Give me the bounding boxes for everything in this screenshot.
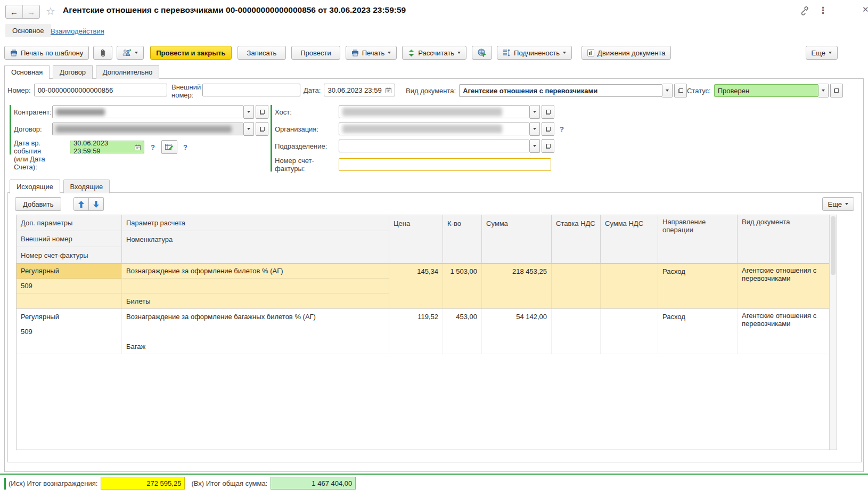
- cell-extra-param[interactable]: Регулярный: [17, 309, 121, 324]
- host-input[interactable]: [339, 105, 530, 118]
- col-params-header[interactable]: Доп. параметры Внешний номер Номер счет-…: [17, 215, 122, 263]
- status-open-button[interactable]: [830, 84, 843, 97]
- host-dropdown-button[interactable]: [530, 105, 540, 119]
- cell-sum[interactable]: 218 453,25: [482, 264, 552, 308]
- cell-nomenclature[interactable]: Багаж: [122, 339, 389, 354]
- print-by-template-button[interactable]: Печать по шаблону: [4, 46, 89, 60]
- cell-vat-rate[interactable]: [552, 309, 601, 354]
- doc-kind-dropdown-button[interactable]: [662, 84, 673, 97]
- contract-open-button[interactable]: [256, 122, 268, 136]
- department-open-button[interactable]: [542, 139, 554, 153]
- cell-calc[interactable]: Вознаграждение за оформление багажных би…: [122, 309, 389, 354]
- contract-input[interactable]: [52, 123, 244, 135]
- scrollbar-thumb[interactable]: [831, 216, 836, 275]
- cell-nomenclature[interactable]: Билеты: [122, 294, 389, 308]
- cell-calc-param[interactable]: Вознаграждение за оформление багажных би…: [122, 309, 389, 324]
- edit-schedule-button[interactable]: [161, 140, 177, 154]
- tab-incoming[interactable]: Входящие: [63, 180, 110, 193]
- tab-contract[interactable]: Договор: [53, 65, 93, 79]
- col-vat-rate-header[interactable]: Ставка НДС: [552, 215, 601, 263]
- col-vat-sum-header[interactable]: Сумма НДС: [601, 215, 658, 263]
- calendar-icon[interactable]: [386, 87, 391, 93]
- cell-price[interactable]: 119,52: [389, 309, 443, 354]
- cell-vat-sum[interactable]: [601, 309, 658, 354]
- col-direction-header[interactable]: Направление операции: [658, 215, 738, 263]
- calculate-button[interactable]: Рассчитать: [402, 46, 466, 60]
- cell-price[interactable]: 145,34: [389, 264, 443, 308]
- cell-qty[interactable]: 453,00: [443, 309, 482, 354]
- cell-invoice-number[interactable]: [17, 294, 121, 308]
- col-sum-header[interactable]: Сумма: [482, 215, 552, 263]
- department-input[interactable]: [339, 140, 530, 152]
- counterparty-dropdown-button[interactable]: [244, 105, 254, 119]
- cell-calc[interactable]: Вознаграждение за оформление билетов % (…: [122, 264, 389, 308]
- cell-empty[interactable]: [122, 324, 389, 339]
- add-row-button[interactable]: Добавить: [15, 197, 61, 211]
- add-contact-button[interactable]: [117, 46, 144, 60]
- post-button[interactable]: Провести: [291, 46, 340, 60]
- close-icon[interactable]: ✕: [862, 5, 868, 14]
- org-dropdown-button[interactable]: [530, 122, 540, 136]
- copy-link-icon[interactable]: [799, 6, 809, 16]
- save-button[interactable]: Записать: [238, 46, 286, 60]
- status-input[interactable]: Проверен: [714, 84, 818, 97]
- cell-extra-param[interactable]: Регулярный: [17, 264, 121, 279]
- host-open-button[interactable]: [542, 105, 554, 119]
- table-scrollbar[interactable]: [829, 215, 837, 450]
- section-interactions-link[interactable]: Взаимодействия: [51, 27, 104, 35]
- counterparty-open-button[interactable]: [256, 105, 268, 119]
- date-input[interactable]: 30.06.2023 23:59: [324, 84, 395, 96]
- status-dropdown-button[interactable]: [818, 84, 829, 97]
- toolbar-more-button[interactable]: Еще: [806, 46, 838, 60]
- doc-kind-open-button[interactable]: [674, 84, 687, 97]
- counterparty-input[interactable]: [52, 105, 244, 118]
- department-dropdown-button[interactable]: [530, 139, 540, 153]
- post-and-close-button[interactable]: Провести и закрыть: [150, 46, 231, 60]
- doc-kind-input[interactable]: Агентские отношения с перевозчиками: [459, 84, 662, 97]
- help-icon[interactable]: ?: [560, 125, 564, 133]
- cell-empty[interactable]: [122, 279, 389, 294]
- cell-invoice-number[interactable]: [17, 339, 121, 354]
- table-row[interactable]: Регулярный 509 Вознаграждение за оформле…: [17, 309, 829, 354]
- attachments-button[interactable]: [93, 46, 112, 60]
- move-up-button[interactable]: [73, 197, 89, 211]
- refresh-button[interactable]: [472, 46, 492, 60]
- org-open-button[interactable]: [542, 122, 554, 136]
- invoice-number-input[interactable]: [339, 158, 551, 171]
- forward-button[interactable]: →: [22, 5, 39, 18]
- col-doc-kind-header[interactable]: Вид документа: [738, 215, 829, 263]
- favorite-star-icon[interactable]: ☆: [46, 5, 55, 18]
- col-calc-header[interactable]: Параметр расчета Номенклатура: [122, 215, 389, 263]
- cell-vat-rate[interactable]: [552, 264, 601, 308]
- col-qty-header[interactable]: К-во: [443, 215, 482, 263]
- cell-sum[interactable]: 54 142,00: [482, 309, 552, 354]
- cell-params[interactable]: Регулярный 509: [17, 264, 122, 308]
- back-button[interactable]: ←: [6, 5, 22, 18]
- number-input[interactable]: 00-00000000000000856: [34, 84, 167, 96]
- tab-main[interactable]: Основная: [4, 65, 50, 79]
- tab-outgoing[interactable]: Исходящие: [10, 180, 60, 194]
- subordination-button[interactable]: Подчиненость: [497, 46, 572, 60]
- calendar-icon[interactable]: [135, 144, 141, 150]
- help-icon[interactable]: ?: [151, 143, 155, 151]
- document-movements-button[interactable]: Движения документа: [582, 46, 671, 60]
- cell-params[interactable]: Регулярный 509: [17, 309, 122, 354]
- cell-direction[interactable]: Расход: [658, 264, 738, 308]
- cell-calc-param[interactable]: Вознаграждение за оформление билетов % (…: [122, 264, 389, 279]
- print-button[interactable]: Печать: [346, 46, 397, 60]
- col-price-header[interactable]: Цена: [389, 215, 443, 263]
- org-input[interactable]: [339, 123, 530, 135]
- cell-direction[interactable]: Расход: [658, 309, 738, 354]
- cell-vat-sum[interactable]: [601, 264, 658, 308]
- kebab-menu-icon[interactable]: ⋮: [818, 5, 828, 16]
- contract-dropdown-button[interactable]: [244, 122, 254, 136]
- external-number-input[interactable]: [202, 84, 300, 96]
- cell-external-number[interactable]: 509: [17, 324, 121, 339]
- cell-doc-kind[interactable]: Агентские отношения с перевозчиками: [738, 264, 829, 308]
- table-row[interactable]: Регулярный 509 Вознаграждение за оформле…: [17, 264, 829, 309]
- event-date-input[interactable]: 30.06.2023 23:59:59: [70, 141, 144, 153]
- section-main[interactable]: Основное: [5, 24, 51, 37]
- grid-more-button[interactable]: Еще: [822, 197, 854, 211]
- cell-doc-kind[interactable]: Агентские отношения с перевозчиками: [738, 309, 829, 354]
- move-down-button[interactable]: [89, 197, 104, 211]
